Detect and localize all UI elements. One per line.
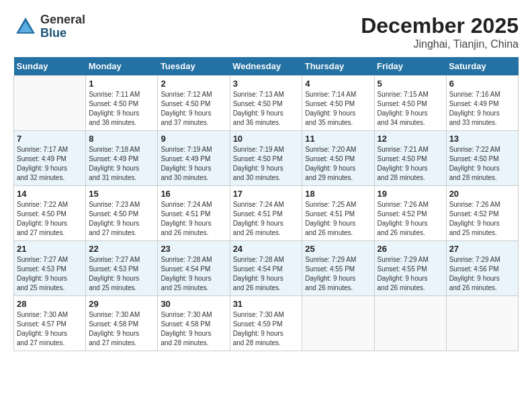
calendar-cell: 3Sunrise: 7:13 AMSunset: 4:50 PMDaylight… xyxy=(230,76,302,131)
calendar-cell: 30Sunrise: 7:30 AMSunset: 4:58 PMDayligh… xyxy=(158,296,230,351)
calendar-cell: 27Sunrise: 7:29 AMSunset: 4:56 PMDayligh… xyxy=(446,241,518,296)
day-info: Sunrise: 7:20 AMSunset: 4:50 PMDaylight:… xyxy=(305,145,371,183)
calendar-week-row: 14Sunrise: 7:22 AMSunset: 4:50 PMDayligh… xyxy=(14,186,519,241)
day-number: 3 xyxy=(233,79,300,89)
day-info: Sunrise: 7:16 AMSunset: 4:49 PMDaylight:… xyxy=(449,90,515,128)
calendar-cell xyxy=(374,296,446,351)
day-number: 26 xyxy=(378,244,443,254)
day-number: 6 xyxy=(449,79,515,89)
calendar-cell xyxy=(446,296,518,351)
day-info: Sunrise: 7:26 AMSunset: 4:52 PMDaylight:… xyxy=(449,200,515,238)
logo-blue: Blue xyxy=(40,27,85,40)
day-info: Sunrise: 7:29 AMSunset: 4:55 PMDaylight:… xyxy=(305,255,371,293)
calendar-day-header: Monday xyxy=(86,57,158,76)
calendar-week-row: 21Sunrise: 7:27 AMSunset: 4:53 PMDayligh… xyxy=(14,241,519,296)
calendar-cell: 8Sunrise: 7:18 AMSunset: 4:49 PMDaylight… xyxy=(86,131,158,186)
calendar-cell: 14Sunrise: 7:22 AMSunset: 4:50 PMDayligh… xyxy=(14,186,86,241)
calendar-cell: 7Sunrise: 7:17 AMSunset: 4:49 PMDaylight… xyxy=(14,131,86,186)
day-number: 18 xyxy=(305,189,371,199)
day-number: 9 xyxy=(161,134,226,144)
day-info: Sunrise: 7:27 AMSunset: 4:53 PMDaylight:… xyxy=(17,255,83,293)
calendar-cell: 24Sunrise: 7:28 AMSunset: 4:54 PMDayligh… xyxy=(230,241,302,296)
calendar-cell: 18Sunrise: 7:25 AMSunset: 4:51 PMDayligh… xyxy=(302,186,374,241)
day-info: Sunrise: 7:28 AMSunset: 4:54 PMDaylight:… xyxy=(161,255,226,293)
day-info: Sunrise: 7:29 AMSunset: 4:56 PMDaylight:… xyxy=(449,255,515,293)
calendar-cell: 22Sunrise: 7:27 AMSunset: 4:53 PMDayligh… xyxy=(86,241,158,296)
logo-general: General xyxy=(40,13,85,27)
day-number: 12 xyxy=(378,134,443,144)
day-number: 25 xyxy=(305,244,371,254)
calendar-cell: 26Sunrise: 7:29 AMSunset: 4:55 PMDayligh… xyxy=(374,241,446,296)
calendar-day-header: Wednesday xyxy=(230,57,302,76)
calendar-day-header: Saturday xyxy=(446,57,518,76)
day-number: 16 xyxy=(161,189,226,199)
page-header: General Blue December 2025 Jinghai, Tian… xyxy=(13,13,519,50)
day-info: Sunrise: 7:17 AMSunset: 4:49 PMDaylight:… xyxy=(17,145,83,183)
calendar-cell: 28Sunrise: 7:30 AMSunset: 4:57 PMDayligh… xyxy=(14,296,86,351)
day-info: Sunrise: 7:24 AMSunset: 4:51 PMDaylight:… xyxy=(233,200,300,238)
day-number: 14 xyxy=(17,189,83,199)
calendar-header-row: SundayMondayTuesdayWednesdayThursdayFrid… xyxy=(14,57,519,76)
day-info: Sunrise: 7:22 AMSunset: 4:50 PMDaylight:… xyxy=(17,200,83,238)
logo: General Blue xyxy=(13,13,85,40)
calendar-cell: 6Sunrise: 7:16 AMSunset: 4:49 PMDaylight… xyxy=(446,76,518,131)
day-number: 20 xyxy=(449,189,515,199)
calendar-cell: 31Sunrise: 7:30 AMSunset: 4:59 PMDayligh… xyxy=(230,296,302,351)
day-number: 4 xyxy=(305,79,371,89)
day-info: Sunrise: 7:30 AMSunset: 4:57 PMDaylight:… xyxy=(17,310,83,348)
logo-icon xyxy=(13,15,38,39)
day-info: Sunrise: 7:27 AMSunset: 4:53 PMDaylight:… xyxy=(89,255,154,293)
day-number: 31 xyxy=(233,299,300,309)
calendar-week-row: 1Sunrise: 7:11 AMSunset: 4:50 PMDaylight… xyxy=(14,76,519,131)
day-info: Sunrise: 7:15 AMSunset: 4:50 PMDaylight:… xyxy=(378,90,443,128)
day-info: Sunrise: 7:23 AMSunset: 4:50 PMDaylight:… xyxy=(89,200,154,238)
day-number: 19 xyxy=(378,189,443,199)
calendar-day-header: Sunday xyxy=(14,57,86,76)
day-number: 13 xyxy=(449,134,515,144)
day-info: Sunrise: 7:13 AMSunset: 4:50 PMDaylight:… xyxy=(233,90,300,128)
logo-text: General Blue xyxy=(40,13,85,40)
calendar-cell: 1Sunrise: 7:11 AMSunset: 4:50 PMDaylight… xyxy=(86,76,158,131)
calendar-cell xyxy=(302,296,374,351)
day-info: Sunrise: 7:28 AMSunset: 4:54 PMDaylight:… xyxy=(233,255,300,293)
calendar-week-row: 28Sunrise: 7:30 AMSunset: 4:57 PMDayligh… xyxy=(14,296,519,351)
day-info: Sunrise: 7:30 AMSunset: 4:59 PMDaylight:… xyxy=(233,310,300,348)
day-info: Sunrise: 7:14 AMSunset: 4:50 PMDaylight:… xyxy=(305,90,371,128)
day-number: 2 xyxy=(161,79,226,89)
calendar-cell: 5Sunrise: 7:15 AMSunset: 4:50 PMDaylight… xyxy=(374,76,446,131)
calendar-cell: 4Sunrise: 7:14 AMSunset: 4:50 PMDaylight… xyxy=(302,76,374,131)
day-info: Sunrise: 7:21 AMSunset: 4:50 PMDaylight:… xyxy=(378,145,443,183)
day-number: 27 xyxy=(449,244,515,254)
calendar-cell: 16Sunrise: 7:24 AMSunset: 4:51 PMDayligh… xyxy=(158,186,230,241)
calendar-cell: 29Sunrise: 7:30 AMSunset: 4:58 PMDayligh… xyxy=(86,296,158,351)
day-info: Sunrise: 7:30 AMSunset: 4:58 PMDaylight:… xyxy=(161,310,226,348)
calendar-day-header: Tuesday xyxy=(158,57,230,76)
day-info: Sunrise: 7:12 AMSunset: 4:50 PMDaylight:… xyxy=(161,90,226,128)
calendar-cell xyxy=(14,76,86,131)
day-number: 5 xyxy=(378,79,443,89)
title-block: December 2025 Jinghai, Tianjin, China xyxy=(361,13,519,50)
day-number: 11 xyxy=(305,134,371,144)
day-number: 29 xyxy=(89,299,154,309)
day-info: Sunrise: 7:18 AMSunset: 4:49 PMDaylight:… xyxy=(89,145,154,183)
calendar-cell: 12Sunrise: 7:21 AMSunset: 4:50 PMDayligh… xyxy=(374,131,446,186)
calendar-cell: 25Sunrise: 7:29 AMSunset: 4:55 PMDayligh… xyxy=(302,241,374,296)
calendar-cell: 23Sunrise: 7:28 AMSunset: 4:54 PMDayligh… xyxy=(158,241,230,296)
calendar-cell: 19Sunrise: 7:26 AMSunset: 4:52 PMDayligh… xyxy=(374,186,446,241)
day-number: 15 xyxy=(89,189,154,199)
calendar-cell: 21Sunrise: 7:27 AMSunset: 4:53 PMDayligh… xyxy=(14,241,86,296)
calendar-cell: 10Sunrise: 7:19 AMSunset: 4:50 PMDayligh… xyxy=(230,131,302,186)
day-number: 28 xyxy=(17,299,83,309)
day-number: 24 xyxy=(233,244,300,254)
page-title: December 2025 xyxy=(361,13,519,38)
day-number: 7 xyxy=(17,134,83,144)
day-number: 22 xyxy=(89,244,154,254)
calendar-day-header: Friday xyxy=(374,57,446,76)
calendar-cell: 11Sunrise: 7:20 AMSunset: 4:50 PMDayligh… xyxy=(302,131,374,186)
calendar-cell: 17Sunrise: 7:24 AMSunset: 4:51 PMDayligh… xyxy=(230,186,302,241)
calendar-cell: 15Sunrise: 7:23 AMSunset: 4:50 PMDayligh… xyxy=(86,186,158,241)
day-number: 23 xyxy=(161,244,226,254)
day-info: Sunrise: 7:30 AMSunset: 4:58 PMDaylight:… xyxy=(89,310,154,348)
day-number: 8 xyxy=(89,134,154,144)
day-info: Sunrise: 7:24 AMSunset: 4:51 PMDaylight:… xyxy=(161,200,226,238)
